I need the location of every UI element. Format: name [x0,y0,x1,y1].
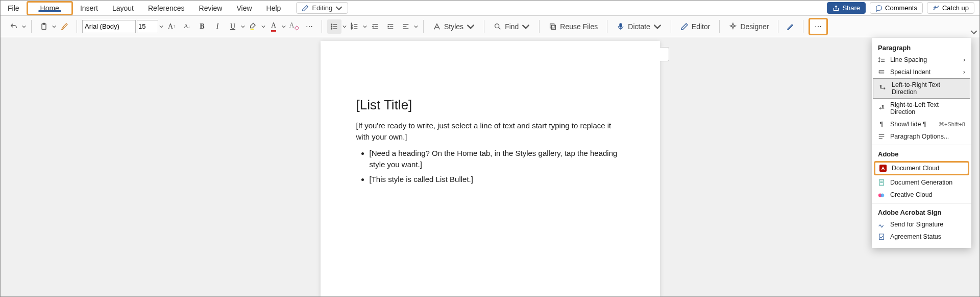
underline-button[interactable]: U [226,19,240,34]
numbering-icon: 123 [351,22,359,31]
editing-label: Editing [312,4,332,12]
ribbon-collapse-icon[interactable] [970,29,977,36]
styles-button[interactable]: Styles [429,19,479,34]
menu-line-spacing[interactable]: Line Spacing › [872,54,971,66]
menu-label: Document Cloud [892,165,939,172]
italic-button[interactable]: I [210,19,225,34]
decrease-indent-button[interactable] [368,19,382,34]
menu-send-signature[interactable]: Send for Signature [872,218,971,231]
tab-help[interactable]: Help [259,1,288,15]
menu-paragraph-options[interactable]: Paragraph Options... [872,130,971,143]
svg-text:¶: ¶ [882,105,884,108]
tab-file[interactable]: File [1,1,27,15]
line-spacing-icon [878,56,885,63]
editor-button[interactable]: Editor [676,19,715,34]
bold-button[interactable]: B [195,19,209,34]
reuse-files-button[interactable]: Reuse Files [545,19,602,34]
format-painter-button[interactable] [57,19,71,34]
menu-label: Line Spacing [890,56,927,63]
adobe-acrobat-icon: A [879,165,887,172]
svg-rect-26 [550,24,554,28]
tab-references[interactable]: References [141,1,192,15]
dictate-button[interactable]: Dictate [612,19,666,34]
menu-special-indent[interactable]: Special Indent › [872,66,971,78]
creative-cloud-icon [878,191,885,198]
menu-label: Right-to-Left Text Direction [890,101,965,116]
chevron-down-icon[interactable] [22,25,26,29]
grow-font-button[interactable]: A↑ [164,19,179,34]
svg-point-7 [331,28,332,29]
page-side-tab[interactable] [660,47,669,61]
bullets-button[interactable] [327,19,341,34]
menu-label: Agreement Status [890,233,941,240]
menu-creative-cloud[interactable]: Creative Cloud [872,189,971,201]
ltr-icon: ¶ [879,85,887,92]
menu-show-hide[interactable]: ¶ Show/Hide ¶ ⌘+Shift+8 [872,118,971,130]
chevron-down-icon[interactable] [261,25,265,29]
document-title[interactable]: [List Title] [356,97,624,113]
ink-button[interactable] [783,19,798,34]
pencil-icon [302,5,309,12]
increase-indent-button[interactable] [383,19,398,34]
bullets-icon [330,22,338,31]
tab-view[interactable]: View [229,1,259,15]
align-icon [402,22,410,31]
menu-agreement-status[interactable]: Agreement Status [872,231,971,243]
document-bullet-list: [Need a heading? On the Home tab, in the… [356,148,624,186]
signature-icon [878,221,885,228]
list-item[interactable]: [Need a heading? On the Home tab, in the… [370,148,624,171]
shrink-font-button[interactable]: A↓ [180,19,194,34]
chevron-down-icon[interactable] [363,25,367,29]
document-page[interactable]: [List Title] [If you're ready to write, … [321,41,660,296]
menu-label: Document Generation [890,179,952,186]
chevron-down-icon[interactable] [282,25,286,29]
catchup-button[interactable]: Catch up [927,2,974,14]
share-button[interactable]: Share [827,2,866,14]
numbering-button[interactable]: 123 [348,19,362,34]
tab-review[interactable]: Review [192,1,230,15]
document-icon [878,179,885,186]
editor-label: Editor [692,22,710,31]
tab-layout[interactable]: Layout [105,1,141,15]
svg-point-24 [495,24,499,28]
chevron-down-icon[interactable] [342,25,347,29]
chevron-down-icon[interactable] [159,25,163,29]
menu-ltr-direction[interactable]: ¶ Left-to-Right Text Direction [873,78,970,99]
font-color-button[interactable]: A [266,19,281,34]
menu-label: Send for Signature [890,221,943,228]
undo-button[interactable] [7,19,21,34]
more-commands-button[interactable]: ⋯ [811,20,825,33]
editing-mode-button[interactable]: Editing [296,2,348,14]
pilcrow-icon: ¶ [878,121,885,128]
menu-rtl-direction[interactable]: ¶ Right-to-Left Text Direction [872,99,971,118]
more-font-button[interactable]: ⋯ [302,19,316,34]
chevron-right-icon: › [963,56,965,63]
designer-button[interactable]: Designer [725,19,773,34]
search-icon [494,22,502,31]
menu-document-cloud[interactable]: A Document Cloud [875,163,968,174]
highlight-button[interactable] [246,19,260,34]
undo-icon [10,22,18,31]
font-size-select[interactable] [137,20,158,33]
editor-icon [680,22,689,31]
svg-point-3 [331,24,332,25]
comments-button[interactable]: Comments [870,2,923,14]
align-button[interactable] [399,19,413,34]
chevron-down-icon[interactable] [414,25,418,29]
menu-document-generation[interactable]: Document Generation [872,176,971,189]
menu-label: Show/Hide ¶ [890,121,926,128]
menu-label: Special Indent [890,68,930,76]
document-intro[interactable]: [If you're ready to write, just select a… [356,120,624,143]
tab-home[interactable]: Home [33,4,66,12]
paste-button[interactable] [37,19,51,34]
find-button[interactable]: Find [489,19,534,34]
list-item[interactable]: [This style is called List Bullet.] [370,174,624,186]
agreement-icon [878,233,885,240]
designer-icon [729,22,737,31]
tab-insert[interactable]: Insert [73,1,105,15]
font-name-select[interactable] [82,20,136,33]
clear-formatting-button[interactable]: A◇ [287,19,301,34]
chevron-down-icon[interactable] [52,25,56,29]
chevron-down-icon[interactable] [241,25,245,29]
microphone-icon [617,22,625,31]
